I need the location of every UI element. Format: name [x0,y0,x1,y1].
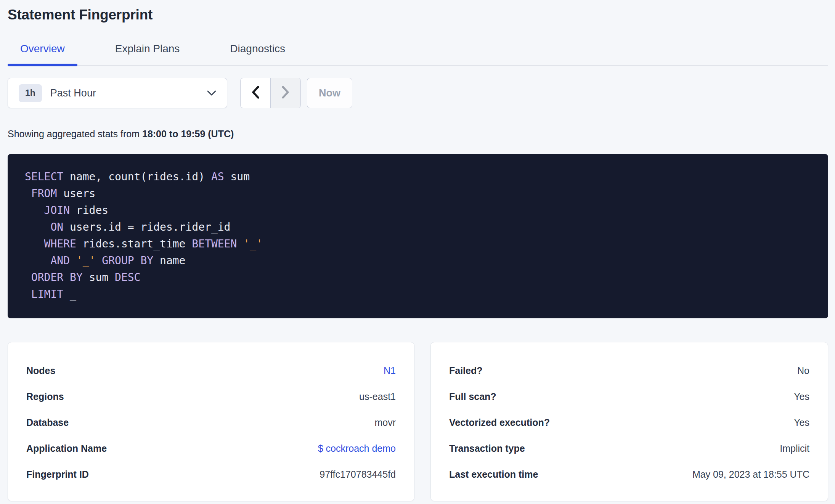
detail-label: Transaction type [449,442,525,455]
sql-token-plain: sum [224,170,250,183]
detail-value: May 09, 2023 at 18:55 UTC [692,468,809,481]
sql-token-keyword: BETWEEN [192,238,237,250]
sql-token-plain [25,288,31,300]
sql-token-plain [25,271,31,284]
sql-token-keyword: FROM [31,187,57,200]
next-time-button[interactable] [271,78,300,108]
stats-caption: Showing aggregated stats from 18:00 to 1… [8,127,828,140]
details-card-left: NodesN1Regionsus-east1DatabasemovrApplic… [8,342,414,501]
sql-token-keyword: AND [50,254,70,267]
statement-fingerprint-page: Statement Fingerprint OverviewExplain Pl… [0,0,835,501]
sql-token-plain: rides.start_time [76,238,192,250]
detail-label: Database [26,416,69,429]
tab-bar: OverviewExplain PlansDiagnostics [8,42,828,66]
details-card-right: Failed?NoFull scan?YesVectorized executi… [430,342,828,501]
sql-token-keyword: SELECT [25,170,63,183]
sql-token-plain [95,254,102,267]
detail-row: Transaction typeImplicit [449,442,809,455]
sql-token-plain [25,238,44,250]
sql-token-keyword: ON [50,221,63,233]
detail-label: Application Name [26,442,107,455]
chevron-left-icon [251,86,260,100]
detail-row: Full scan?Yes [449,390,809,403]
sql-statement-box: SELECT name, count(rides.id) AS sum FROM… [8,154,828,318]
sql-token-plain [25,187,31,200]
page-title: Statement Fingerprint [8,5,828,24]
detail-value: us-east1 [359,390,396,403]
detail-value: Implicit [780,442,809,455]
detail-value: No [797,364,809,377]
detail-row: NodesN1 [26,364,396,377]
sql-token-keyword: DESC [115,271,140,284]
time-range-badge: 1h [19,84,42,102]
detail-value-link[interactable]: $ cockroach demo [318,442,396,455]
detail-value: movr [374,416,396,429]
chevron-down-icon [207,90,216,96]
sql-token-plain: name, count(rides.id) [63,170,211,183]
detail-row: Last execution timeMay 09, 2023 at 18:55… [449,468,809,481]
sql-token-keyword: LIMIT [31,288,63,300]
sql-token-plain [237,238,243,250]
sql-token-plain: name [153,254,185,267]
time-nav-button-group [240,78,301,108]
detail-cards: NodesN1Regionsus-east1DatabasemovrApplic… [8,342,828,501]
tab-overview[interactable]: Overview [8,42,77,65]
sql-token-plain: rides [70,204,108,217]
sql-token-plain [70,254,76,267]
detail-value: 97ffc170783445fd [320,468,396,481]
sql-token-keyword: ORDER BY [31,271,83,284]
sql-token-string: '_' [76,254,96,267]
prev-time-button[interactable] [241,78,271,108]
sql-token-plain: users.id = rides.rider_id [63,221,230,233]
sql-token-keyword: WHERE [44,238,76,250]
chevron-right-icon [281,86,290,100]
now-button[interactable]: Now [307,78,352,108]
detail-value-link[interactable]: N1 [384,364,396,377]
sql-token-keyword: AS [211,170,224,183]
sql-line: ORDER BY sum DESC [25,269,811,286]
sql-token-keyword: JOIN [44,204,70,217]
detail-label: Full scan? [449,390,496,403]
sql-line: ON users.id = rides.rider_id [25,219,811,236]
sql-line: WHERE rides.start_time BETWEEN '_' [25,236,811,252]
sql-token-plain: users [57,187,95,200]
sql-token-plain: sum [83,271,115,284]
sql-token-string: '_' [243,238,263,250]
detail-label: Fingerprint ID [26,468,89,481]
detail-value: Yes [794,390,809,403]
sql-token-plain [25,204,44,217]
detail-label: Last execution time [449,468,538,481]
detail-value: Yes [794,416,809,429]
sql-token-plain [25,254,50,267]
detail-label: Nodes [26,364,55,377]
time-range-dropdown[interactable]: 1h Past Hour [8,78,227,108]
detail-row: Application Name$ cockroach demo [26,442,396,455]
sql-token-keyword: GROUP BY [102,254,153,267]
time-controls: 1h Past Hour Now [8,78,828,108]
detail-row: Failed?No [449,364,809,377]
time-range-label: Past Hour [50,87,96,99]
detail-row: Databasemovr [26,416,396,429]
detail-label: Failed? [449,364,483,377]
sql-line: AND '_' GROUP BY name [25,252,811,269]
stats-caption-range: 18:00 to 19:59 (UTC) [142,128,234,139]
sql-token-plain [25,221,50,233]
detail-row: Vectorized execution?Yes [449,416,809,429]
detail-row: Fingerprint ID97ffc170783445fd [26,468,396,481]
sql-token-plain: _ [63,288,76,300]
detail-row: Regionsus-east1 [26,390,396,403]
tab-diagnostics[interactable]: Diagnostics [217,42,298,65]
detail-label: Vectorized execution? [449,416,550,429]
detail-label: Regions [26,390,64,403]
tab-explain-plans[interactable]: Explain Plans [103,42,193,65]
sql-line: JOIN rides [25,202,811,219]
sql-line: SELECT name, count(rides.id) AS sum [25,169,811,185]
sql-line: LIMIT _ [25,286,811,303]
stats-caption-prefix: Showing aggregated stats from [8,128,142,139]
sql-line: FROM users [25,185,811,202]
